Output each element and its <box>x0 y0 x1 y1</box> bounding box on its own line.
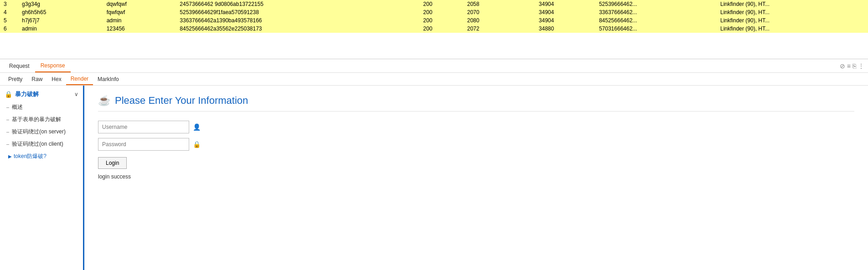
copy-icon[interactable]: ⎘ <box>852 62 856 70</box>
subtab-bar: Pretty Raw Hex Render MarkInfo <box>0 73 868 86</box>
login-group: Login <box>98 155 854 169</box>
subtab-pretty[interactable]: Pretty <box>4 73 27 85</box>
req-resp-tabs: Request Response <box>4 59 71 72</box>
table-row: 5h7j67j7admin33637666462a1390ba493578166… <box>0 16 868 25</box>
req-resp-bar: Request Response ⊘ ≡ ⎘ ⋮ <box>0 59 868 73</box>
password-group: 🔒 <box>98 138 854 151</box>
password-input[interactable] <box>98 138 189 151</box>
wrap-icon[interactable]: ≡ <box>847 62 851 70</box>
bottom-area: 🔒 暴力破解 ∨ 概述 基于表单的暴力破解 验证码绕过(on server) 验… <box>0 86 868 270</box>
sidebar-title: 暴力破解 <box>15 90 39 98</box>
sidebar: 🔒 暴力破解 ∨ 概述 基于表单的暴力破解 验证码绕过(on server) 验… <box>0 86 84 270</box>
sidebar-item-captcha-client[interactable]: 验证码绕过(on client) <box>0 138 83 150</box>
sidebar-item-overview[interactable]: 概述 <box>0 101 83 113</box>
right-icons: ⊘ ≡ ⎘ ⋮ <box>840 62 864 70</box>
table-row: 3g3g34gdqwfqwf24573666462 9d0806ab137221… <box>0 0 868 8</box>
sidebar-item-form-brute[interactable]: 基于表单的暴力破解 <box>0 113 83 126</box>
results-table: 3g3g34gdqwfqwf24573666462 9d0806ab137221… <box>0 0 868 33</box>
sidebar-header[interactable]: 🔒 暴力破解 ∨ <box>0 87 83 101</box>
tab-response[interactable]: Response <box>35 59 71 72</box>
cup-icon: ☕ <box>98 95 110 107</box>
table-row: 4gh6h5h65fqwfqwf525396664629f1faea570591… <box>0 8 868 16</box>
chevron-down-icon: ∨ <box>74 91 78 97</box>
subtab-markinfo[interactable]: MarkInfo <box>93 73 124 85</box>
arrow-right-icon: ▶ <box>8 154 12 159</box>
success-message: login success <box>98 173 854 180</box>
page-title: ☕ Please Enter Your Information <box>98 95 854 112</box>
results-table-section: 3g3g34gdqwfqwf24573666462 9d0806ab137221… <box>0 0 868 59</box>
lock-input-icon: 🔒 <box>193 141 201 148</box>
subtab-hex[interactable]: Hex <box>47 73 66 85</box>
lock-icon: 🔒 <box>5 91 12 98</box>
subtab-render[interactable]: Render <box>66 73 93 85</box>
username-group: 👤 <box>98 121 854 133</box>
sidebar-item-captcha-server[interactable]: 验证码绕过(on server) <box>0 126 83 138</box>
disable-icon[interactable]: ⊘ <box>840 62 845 70</box>
sidebar-item-token[interactable]: ▶ token防爆破? <box>0 150 83 163</box>
page-title-text: Please Enter Your Information <box>115 95 248 107</box>
more-vert-icon[interactable]: ⋮ <box>858 62 864 70</box>
main-content: ☕ Please Enter Your Information 👤 🔒 Logi… <box>84 86 868 270</box>
person-icon: 👤 <box>193 123 201 131</box>
tab-request[interactable]: Request <box>4 59 35 72</box>
table-row: 6admin12345684525666462a35562e2250381732… <box>0 25 868 33</box>
username-input[interactable] <box>98 121 189 133</box>
login-button[interactable]: Login <box>98 157 127 169</box>
subtab-raw[interactable]: Raw <box>27 73 47 85</box>
